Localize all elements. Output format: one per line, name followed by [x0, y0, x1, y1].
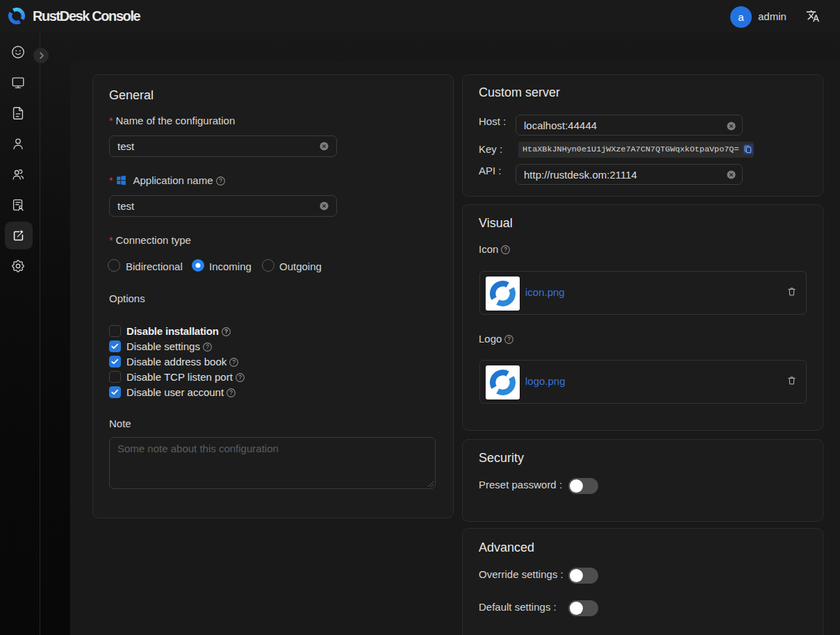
svg-text:?: ?: [508, 336, 511, 343]
svg-text:?: ?: [224, 328, 228, 335]
svg-text:?: ?: [504, 246, 508, 253]
svg-text:?: ?: [232, 358, 236, 365]
svg-text:?: ?: [238, 374, 242, 381]
svg-text:?: ?: [206, 343, 209, 350]
svg-text:?: ?: [229, 389, 233, 396]
svg-text:?: ?: [219, 177, 222, 184]
